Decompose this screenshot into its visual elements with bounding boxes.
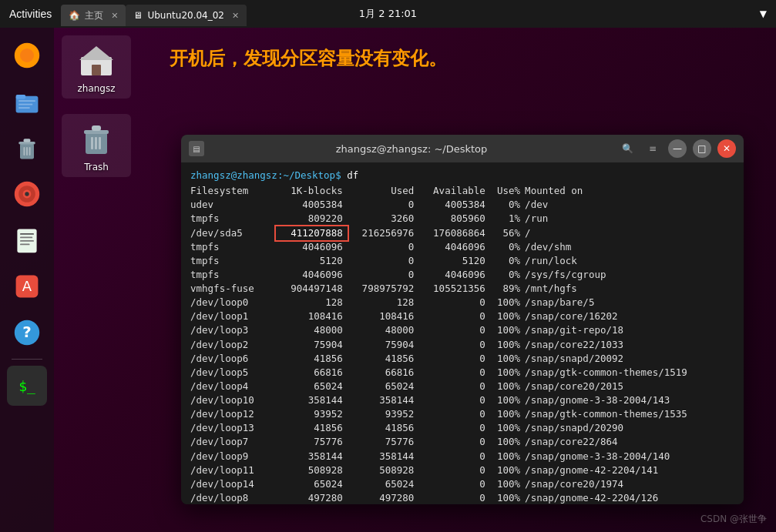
table-cell: 0% bbox=[490, 268, 525, 282]
dock-divider bbox=[12, 359, 42, 360]
table-cell: tmpfs bbox=[190, 240, 276, 254]
table-cell: /snap/snapd/20290 bbox=[525, 421, 734, 435]
table-cell: 0 bbox=[418, 463, 489, 477]
table-cell: 0 bbox=[418, 491, 489, 504]
svg-rect-34 bbox=[99, 137, 101, 149]
close-button[interactable]: ✕ bbox=[717, 139, 736, 158]
table-cell: tmpfs bbox=[190, 268, 276, 282]
table-cell: 100% bbox=[490, 407, 525, 421]
table-cell: /snap/gtk-common-themes/1535 bbox=[525, 407, 734, 421]
table-cell: 497280 bbox=[348, 491, 418, 504]
table-cell: 497280 bbox=[276, 491, 347, 504]
desktop-icons-area: zhangsz Trash bbox=[62, 35, 131, 177]
col-1k-blocks: 1K-blocks bbox=[276, 184, 347, 198]
table-cell: 0 bbox=[348, 198, 418, 212]
zhangsz-icon-label: zhangsz bbox=[77, 83, 115, 94]
table-row: tmpfs4046096040460960%/sys/fs/cgroup bbox=[190, 268, 734, 282]
desktop-heading: 开机后，发现分区容量没有变化。 bbox=[170, 46, 447, 71]
dock-icon-trash[interactable] bbox=[7, 128, 47, 168]
table-cell: /snap/core20/2015 bbox=[525, 380, 734, 393]
table-cell: /dev/loop7 bbox=[190, 435, 276, 449]
svg-rect-20 bbox=[20, 240, 34, 242]
trash-icon-label: Trash bbox=[84, 162, 109, 172]
tab-terminal-close[interactable]: ✕ bbox=[232, 11, 239, 21]
table-cell: /snap/gnome-42-2204/141 bbox=[525, 463, 734, 477]
terminal-title: zhangsz@zhangsz: ~/Desktop bbox=[336, 143, 488, 155]
table-cell: /dev/loop4 bbox=[190, 380, 276, 393]
dock-icon-terminal[interactable]: $_ bbox=[7, 366, 47, 406]
terminal-tab-icon: 🖥 bbox=[133, 10, 143, 21]
tab-terminal-label: Ubuntu20.04_02 bbox=[147, 10, 224, 21]
col-available: Available bbox=[418, 184, 489, 198]
table-row: /dev/loop01281280100%/snap/bare/5 bbox=[190, 296, 734, 309]
table-cell: 41856 bbox=[276, 421, 347, 435]
col-mounted: Mounted on bbox=[525, 184, 734, 198]
table-cell: 0 bbox=[418, 407, 489, 421]
table-row: /dev/loop641856418560100%/snap/snapd/200… bbox=[190, 352, 734, 366]
table-row: /dev/loop84972804972800100%/snap/gnome-4… bbox=[190, 491, 734, 504]
table-row: tmpfs80922032608059601%/run bbox=[190, 212, 734, 226]
table-cell: 0 bbox=[418, 352, 489, 366]
svg-rect-21 bbox=[20, 244, 30, 246]
table-row: /dev/loop348000480000100%/snap/git-repo/… bbox=[190, 323, 734, 337]
dock-icon-text-editor[interactable] bbox=[7, 220, 47, 260]
table-cell: /dev/loop3 bbox=[190, 323, 276, 337]
zhangsz-icon bbox=[76, 40, 116, 80]
menu-button[interactable]: ≡ bbox=[643, 139, 662, 158]
table-cell: /dev/shm bbox=[525, 240, 734, 254]
table-cell: 4046096 bbox=[276, 268, 347, 282]
table-cell: /snap/core20/1974 bbox=[525, 477, 734, 491]
table-cell: 65024 bbox=[348, 380, 418, 393]
desktop-icon-zhangsz[interactable]: zhangsz bbox=[62, 35, 131, 99]
table-cell: 0 bbox=[418, 435, 489, 449]
table-cell: 75904 bbox=[276, 338, 347, 352]
table-cell: 0 bbox=[418, 296, 489, 309]
table-cell: 100% bbox=[490, 435, 525, 449]
table-cell: /snap/bare/5 bbox=[525, 296, 734, 309]
table-cell: 798975792 bbox=[348, 282, 418, 296]
table-cell: /dev/sda5 bbox=[190, 226, 276, 240]
table-cell: 508928 bbox=[276, 463, 347, 477]
search-button[interactable]: 🔍 bbox=[619, 139, 637, 158]
svg-rect-11 bbox=[26, 147, 28, 156]
svg-rect-9 bbox=[24, 139, 31, 142]
maximize-button[interactable]: □ bbox=[693, 139, 711, 158]
dock-icon-firefox[interactable] bbox=[7, 35, 47, 75]
table-row: udev4005384040053840%/dev bbox=[190, 198, 734, 212]
svg-rect-10 bbox=[24, 147, 25, 156]
table-row: /dev/loop1293952939520100%/snap/gtk-comm… bbox=[190, 407, 734, 421]
table-cell: /snap/core22/864 bbox=[525, 435, 734, 449]
df-table: Filesystem 1K-blocks Used Available Use%… bbox=[190, 184, 734, 504]
table-row: /dev/loop775776757760100%/snap/core22/86… bbox=[190, 435, 734, 449]
desktop-icon-trash[interactable]: Trash bbox=[62, 114, 131, 177]
table-cell: 65024 bbox=[276, 380, 347, 393]
table-cell: 100% bbox=[490, 323, 525, 337]
desktop: Activities 🏠 主页 ✕ 🖥 Ubuntu20.04_02 ✕ 1月 … bbox=[0, 0, 776, 532]
table-cell: 100% bbox=[490, 450, 525, 463]
table-cell: /mnt/hgfs bbox=[525, 282, 734, 296]
activities-button[interactable]: Activities bbox=[0, 0, 61, 28]
table-cell: /dev/loop2 bbox=[190, 338, 276, 352]
table-cell: 0 bbox=[418, 309, 489, 323]
table-cell: 358144 bbox=[348, 450, 418, 463]
table-cell: /dev/loop0 bbox=[190, 296, 276, 309]
table-cell: 0% bbox=[490, 254, 525, 268]
table-cell: 508928 bbox=[348, 463, 418, 477]
df-header-row: Filesystem 1K-blocks Used Available Use%… bbox=[190, 184, 734, 198]
dock-icon-app-center[interactable]: A bbox=[7, 266, 47, 306]
tab-home-close[interactable]: ✕ bbox=[111, 11, 118, 21]
table-cell: 105521356 bbox=[418, 282, 489, 296]
tab-home[interactable]: 🏠 主页 ✕ bbox=[61, 5, 126, 26]
terminal-icon: $_ bbox=[18, 378, 35, 394]
terminal-content[interactable]: zhangsz@zhangsz:~/Desktop$ df Filesystem… bbox=[181, 162, 744, 504]
tab-terminal[interactable]: 🖥 Ubuntu20.04_02 ✕ bbox=[126, 5, 247, 26]
svg-marker-27 bbox=[79, 46, 113, 60]
dock-icon-sound[interactable] bbox=[7, 174, 47, 214]
dock-icon-help[interactable]: ? bbox=[7, 313, 47, 353]
dock-icon-files[interactable] bbox=[7, 82, 47, 122]
table-cell: 41856 bbox=[276, 352, 347, 366]
table-cell: vmhgfs-fuse bbox=[190, 282, 276, 296]
table-cell: 0 bbox=[348, 268, 418, 282]
minimize-button[interactable]: — bbox=[668, 139, 687, 158]
table-cell: 128 bbox=[276, 296, 347, 309]
